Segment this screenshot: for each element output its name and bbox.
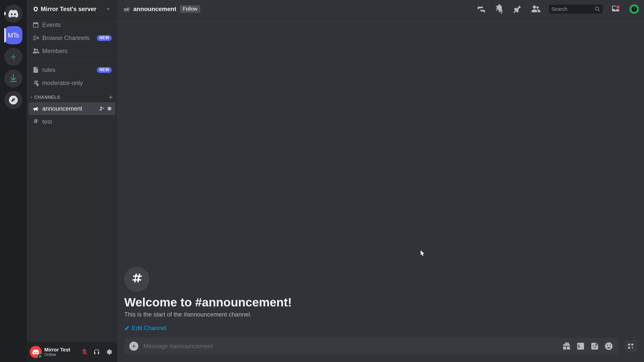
search-placeholder: Search <box>551 6 595 12</box>
cursor-icon <box>421 250 425 256</box>
channel-welcome: Welcome to #announcement! This is the st… <box>124 267 637 332</box>
announcement-icon <box>32 105 39 112</box>
plus-icon[interactable] <box>108 94 114 100</box>
user-avatar[interactable] <box>30 346 42 358</box>
pinned-icon[interactable] <box>513 4 522 14</box>
gear-icon[interactable] <box>106 106 112 111</box>
emoji-icon[interactable] <box>604 342 613 351</box>
download-apps-button[interactable] <box>4 69 22 87</box>
server-rail: MTs + <box>0 0 27 362</box>
message-composer[interactable]: Message #announcement <box>124 338 618 354</box>
apps-icon <box>627 342 634 350</box>
sticker-icon[interactable] <box>590 342 599 351</box>
help-button[interactable] <box>629 4 639 14</box>
download-icon <box>8 73 19 84</box>
user-settings-button[interactable] <box>103 346 114 357</box>
chevron-down-icon <box>29 95 34 100</box>
new-badge: NEW <box>97 35 112 41</box>
status-indicator <box>38 354 42 358</box>
welcome-hash-badge <box>124 267 149 292</box>
mute-button[interactable] <box>79 346 90 357</box>
edit-channel-link[interactable]: Edit Channel <box>124 325 166 332</box>
sidebar-divider <box>30 60 114 61</box>
help-icon <box>631 6 637 12</box>
pencil-icon <box>124 325 130 331</box>
welcome-title: Welcome to #announcement! <box>124 295 637 309</box>
user-status: Online <box>44 352 76 357</box>
compass-icon <box>8 95 19 105</box>
search-icon <box>595 6 600 12</box>
members-icon <box>32 48 39 55</box>
channel-moderator-only[interactable]: moderator-only <box>29 77 115 89</box>
add-server-button[interactable]: + <box>4 48 22 66</box>
category-channels[interactable]: CHANNELS <box>27 90 117 102</box>
channel-rules[interactable]: rules NEW <box>29 64 115 76</box>
member-list-icon[interactable] <box>531 4 540 14</box>
hash-icon <box>32 118 39 125</box>
chevron-down-icon <box>105 6 111 12</box>
notifications-muted-icon[interactable] <box>495 4 504 14</box>
explore-button[interactable] <box>4 91 22 109</box>
main-panel: announcement Follow Search Welcome to #a… <box>117 0 644 362</box>
hash-shield-icon <box>32 79 39 86</box>
channel-announcement[interactable]: announcement <box>29 102 115 115</box>
user-panel: Mirror Test Online <box>27 342 117 362</box>
discord-logo-icon <box>8 8 19 19</box>
headphones-icon <box>93 348 100 355</box>
gift-icon[interactable] <box>562 342 571 351</box>
deafen-button[interactable] <box>91 346 102 357</box>
server-name: Mirror Test's server <box>41 6 105 13</box>
home-button[interactable] <box>4 5 22 23</box>
channel-title: announcement <box>133 6 176 13</box>
gif-icon[interactable] <box>576 342 585 351</box>
boost-icon <box>33 6 39 12</box>
gear-icon <box>105 348 112 355</box>
channel-titlebar: announcement Follow Search <box>117 0 644 18</box>
channel-test[interactable]: test <box>29 115 115 128</box>
composer-placeholder: Message #announcement <box>143 343 557 350</box>
nav-browse-channels[interactable]: Browse Channels NEW <box>29 32 115 44</box>
rules-icon <box>32 66 39 73</box>
new-badge: NEW <box>97 67 112 73</box>
chat-area: Welcome to #announcement! This is the st… <box>117 18 644 338</box>
invite-icon[interactable] <box>99 106 105 111</box>
server-header[interactable]: Mirror Test's server <box>27 0 117 18</box>
welcome-subtitle: This is the start of the #announcement c… <box>124 310 637 319</box>
search-input[interactable]: Search <box>549 5 603 14</box>
attach-button[interactable] <box>129 342 138 351</box>
threads-icon[interactable] <box>476 4 486 14</box>
server-abbr: MTs <box>8 31 19 39</box>
user-display-name: Mirror Test <box>44 347 76 352</box>
channel-sidebar: Mirror Test's server Events Browse Chann… <box>27 0 117 362</box>
announcement-icon <box>122 5 131 13</box>
inbox-button[interactable] <box>611 4 621 14</box>
hash-icon <box>129 272 144 287</box>
apps-button[interactable] <box>624 340 637 352</box>
server-icon[interactable]: MTs <box>4 26 22 44</box>
mic-muted-icon <box>81 348 88 355</box>
browse-icon <box>32 34 39 41</box>
nav-events[interactable]: Events <box>29 19 115 31</box>
plus-icon <box>131 343 137 349</box>
follow-button[interactable]: Follow <box>180 5 200 13</box>
nav-members[interactable]: Members <box>29 45 115 57</box>
calendar-icon <box>32 21 39 28</box>
inbox-icon <box>611 4 620 13</box>
